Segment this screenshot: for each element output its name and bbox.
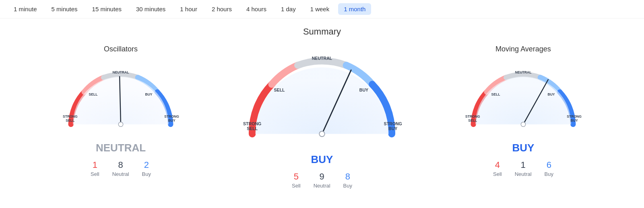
svg-text:SELL: SELL bbox=[491, 92, 500, 96]
main-content: Summary Oscillators bbox=[0, 18, 644, 197]
ma-buy-count: 6 Buy bbox=[545, 160, 553, 177]
moving-averages-verdict: BUY bbox=[512, 142, 535, 154]
moving-averages-section: Moving Averages bbox=[435, 45, 612, 177]
oscillators-title: Oscillators bbox=[104, 45, 138, 53]
summary-neutral-count: 9 Neutral bbox=[314, 171, 330, 189]
time-item-1-week[interactable]: 1 week bbox=[305, 3, 335, 15]
svg-text:NEUTRAL: NEUTRAL bbox=[113, 70, 129, 74]
svg-text:BUY: BUY bbox=[547, 92, 555, 96]
svg-text:BUY: BUY bbox=[571, 118, 578, 122]
summary-title: Summary bbox=[4, 27, 640, 37]
svg-text:STRONG: STRONG bbox=[384, 121, 402, 126]
svg-text:SELL: SELL bbox=[247, 126, 258, 131]
oscillators-neutral-count: 8 Neutral bbox=[112, 160, 129, 177]
svg-text:SELL: SELL bbox=[274, 88, 285, 92]
summary-gauge: STRONG SELL SELL NEUTRAL BUY STRONG BUY bbox=[237, 45, 407, 149]
svg-text:BUY: BUY bbox=[359, 88, 368, 92]
svg-text:SELL: SELL bbox=[66, 118, 74, 122]
time-item-1-month[interactable]: 1 month bbox=[338, 3, 371, 15]
svg-text:BUY: BUY bbox=[168, 118, 175, 122]
time-bar: 1 minute5 minutes15 minutes30 minutes1 h… bbox=[0, 0, 644, 18]
svg-text:STRONG: STRONG bbox=[164, 114, 179, 118]
svg-text:STRONG: STRONG bbox=[465, 114, 480, 118]
svg-text:STRONG: STRONG bbox=[567, 114, 582, 118]
svg-point-26 bbox=[521, 122, 525, 126]
oscillators-section: Oscillators bbox=[32, 45, 209, 177]
time-item-4-hours[interactable]: 4 hours bbox=[241, 3, 272, 15]
time-item-2-hours[interactable]: 2 hours bbox=[206, 3, 237, 15]
oscillators-buy-count: 2 Buy bbox=[142, 160, 151, 177]
oscillators-gauge: STRONG SELL SELL NEUTRAL BUY STRONG BUY bbox=[56, 57, 185, 138]
svg-point-8 bbox=[118, 122, 123, 126]
time-item-30-minutes[interactable]: 30 minutes bbox=[130, 3, 171, 15]
time-item-5-minutes[interactable]: 5 minutes bbox=[46, 3, 83, 15]
moving-averages-gauge: STRONG SELL SELL NEUTRAL BUY STRONG BUY bbox=[459, 57, 588, 138]
svg-text:SELL: SELL bbox=[89, 92, 97, 96]
oscillators-counts: 1 Sell 8 Neutral 2 Buy bbox=[91, 160, 151, 177]
svg-text:SELL: SELL bbox=[468, 118, 477, 122]
summary-buy-count: 8 Buy bbox=[343, 171, 352, 189]
moving-averages-counts: 4 Sell 1 Neutral 6 Buy bbox=[493, 160, 553, 177]
svg-text:BUY: BUY bbox=[145, 92, 152, 96]
svg-text:BUY: BUY bbox=[388, 126, 397, 131]
gauges-row: Oscillators bbox=[4, 45, 640, 189]
oscillators-sell-count: 1 Sell bbox=[91, 160, 99, 177]
time-item-15-minutes[interactable]: 15 minutes bbox=[87, 3, 127, 15]
ma-sell-count: 4 Sell bbox=[493, 160, 502, 177]
time-item-1-minute[interactable]: 1 minute bbox=[8, 3, 43, 15]
time-item-1-day[interactable]: 1 day bbox=[275, 3, 301, 15]
svg-point-17 bbox=[319, 131, 324, 137]
summary-sell-count: 5 Sell bbox=[292, 171, 301, 189]
moving-averages-title: Moving Averages bbox=[495, 45, 551, 53]
oscillators-verdict: NEUTRAL bbox=[96, 142, 146, 154]
svg-text:NEUTRAL: NEUTRAL bbox=[312, 56, 332, 61]
ma-neutral-count: 1 Neutral bbox=[515, 160, 532, 177]
summary-section: STRONG SELL SELL NEUTRAL BUY STRONG BUY … bbox=[233, 45, 411, 189]
svg-text:STRONG: STRONG bbox=[63, 114, 78, 118]
svg-text:STRONG: STRONG bbox=[243, 121, 261, 126]
summary-verdict: BUY bbox=[311, 153, 333, 166]
summary-counts: 5 Sell 9 Neutral 8 Buy bbox=[292, 171, 352, 189]
time-item-1-hour[interactable]: 1 hour bbox=[174, 3, 203, 15]
svg-text:NEUTRAL: NEUTRAL bbox=[515, 70, 532, 74]
